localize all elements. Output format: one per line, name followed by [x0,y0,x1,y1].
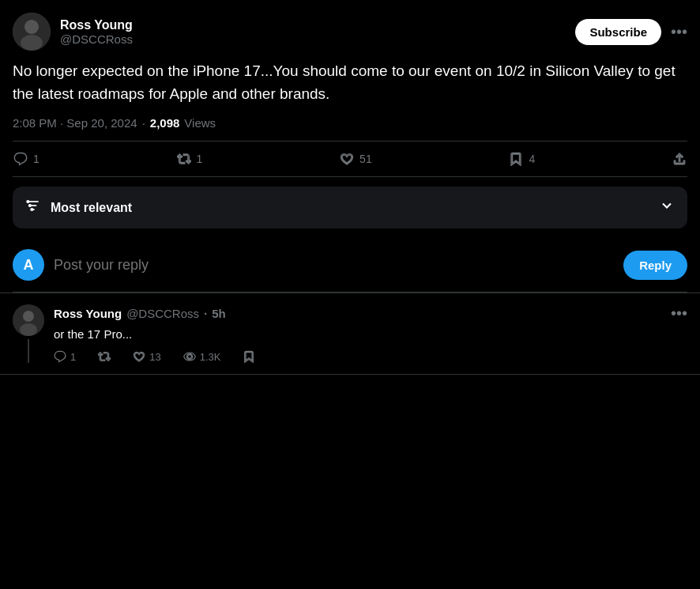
reply-tweet: Ross Young @DSCCRoss · 5h ••• or the 17 … [0,293,700,375]
reply-count: 1 [33,153,40,165]
author-info: Ross Young @DSCCRoss [60,18,133,46]
reply-author-avatar[interactable] [13,304,44,336]
chevron-down-icon [659,198,675,217]
reply-icon [13,151,28,167]
dot-separator: · [142,116,145,130]
author-display-name[interactable]: Ross Young [60,18,133,32]
svg-point-2 [21,35,43,51]
sort-bar[interactable]: Most relevant [13,187,687,228]
reply-views-count: 1.3K [200,351,221,363]
svg-point-1 [24,20,39,34]
author-username[interactable]: @DSCCRoss [60,32,133,46]
tweet-container: Ross Young @DSCCRoss Subscribe ••• No lo… [0,0,700,293]
tweet-text: No longer expected on the iPhone 17...Yo… [13,60,687,105]
reply-like-count: 13 [149,351,160,363]
bookmark-count: 4 [529,153,535,165]
tweet-actions: 1 1 51 4 [13,141,687,177]
reply-more-options-button[interactable]: ••• [671,304,687,323]
author-avatar[interactable] [13,13,51,51]
reply-button[interactable]: Reply [623,251,687,280]
views-label: Views [184,116,216,130]
reply-action[interactable]: 1 [13,151,40,167]
reply-tweet-time-value: 5h [212,307,226,320]
tweet-header-right: Subscribe ••• [575,19,687,45]
sort-bar-left: Most relevant [25,198,132,217]
reply-input-field[interactable] [54,257,614,274]
bookmark-action[interactable]: 4 [508,151,535,167]
svg-point-12 [20,323,37,336]
tweet-header: Ross Young @DSCCRoss Subscribe ••• [13,13,687,51]
avatar-letter: A [24,257,34,274]
reply-tweet-header: Ross Young @DSCCRoss · 5h ••• [54,304,687,323]
reply-author-name: Ross Young [54,307,122,320]
like-count: 51 [359,153,372,165]
reply-tweet-text: or the 17 Pro... [54,326,687,342]
retweet-count: 1 [197,153,203,165]
reply-views-action[interactable]: 1.3K [183,350,221,363]
share-icon [672,151,687,167]
more-icon: ••• [671,23,687,41]
sort-label: Most relevant [51,201,132,215]
bookmark-icon [508,151,524,167]
more-options-button[interactable]: ••• [671,23,687,41]
like-action[interactable]: 51 [339,151,372,167]
svg-point-11 [23,311,34,322]
filter-icon [25,198,41,217]
svg-point-9 [31,209,33,211]
reply-tweet-time: · [204,307,207,320]
current-user-avatar: A [13,249,44,281]
reply-tweet-content: Ross Young @DSCCRoss · 5h ••• or the 17 … [54,304,687,363]
retweet-icon [176,151,192,167]
tweet-meta: 2:08 PM · Sep 20, 2024 · 2,098 Views [13,116,687,130]
reply-author-info: Ross Young @DSCCRoss · 5h [54,307,226,320]
reply-tweet-actions: 1 13 1.3K [54,350,687,363]
reply-reply-action[interactable]: 1 [54,350,76,363]
retweet-action[interactable]: 1 [176,151,203,167]
tweet-timestamp: 2:08 PM · Sep 20, 2024 [13,116,137,130]
share-action[interactable] [672,151,687,167]
tweet-header-left: Ross Young @DSCCRoss [13,13,133,51]
reply-input-area: A Reply [13,238,687,293]
views-count: 2,098 [150,116,180,130]
reply-like-action[interactable]: 13 [133,350,160,363]
reply-bookmark-action[interactable] [243,350,255,363]
reply-author-username: @DSCCRoss [126,307,199,320]
like-icon [339,151,355,167]
reply-retweet-action[interactable] [98,350,111,363]
svg-point-8 [29,205,32,207]
reply-reply-count: 1 [70,351,76,363]
svg-point-7 [27,201,29,203]
comment-section: Ross Young @DSCCRoss · 5h ••• or the 17 … [0,293,700,375]
subscribe-button[interactable]: Subscribe [575,19,661,45]
